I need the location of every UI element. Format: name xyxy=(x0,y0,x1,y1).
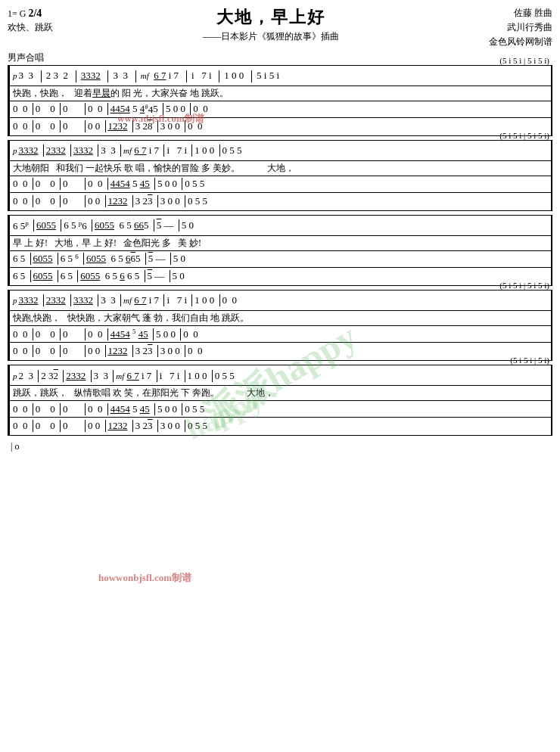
row-s2-mid2: 0 0 0 0 0 0 0 1232 3 23 3 0 0 0 5 5 xyxy=(10,193,551,210)
source: 金色风铃网制谱 xyxy=(489,35,552,49)
section-2: (5 i 5 i | 5 i 5 i) p 3332 2332 3332 3 3… xyxy=(8,140,552,211)
dynamic-p-4: p xyxy=(13,371,17,381)
lyrics-row-1: 快跑，快跑， 迎着早晨的 阳 光，大家兴奋 地 跳跃。 xyxy=(10,86,551,101)
bottom-note: | o xyxy=(11,441,19,452)
lyrics-row-3: 早 上 好! 大地，早 上 好! 金色阳光 多 美 妙! xyxy=(10,236,551,251)
page-title: 大地，早上好 xyxy=(53,6,489,29)
row-s3-top: 6 5p 6055 6 5 p6 6055 6 5 665 5 — 5 0 xyxy=(10,216,551,236)
row-s2-mid1: 0 0 0 0 0 0 0 4454 5 45 5 0 0 0 5 5 xyxy=(10,176,551,193)
bottom-fragment: | o xyxy=(8,440,552,454)
staff-block-5: p 2 3 2 32 2332 3 3 mf 6 7 i 7 i 7 i 1 0… xyxy=(8,365,552,436)
voice-label: 男声合唱 xyxy=(8,51,552,64)
row-s4-mid1: 0 0 0 0 0 0 0 4454 5 45 5 0 0 0 0 xyxy=(10,326,551,343)
section-3: 6 5p 6055 6 5 p6 6055 6 5 665 5 — 5 0 早 … xyxy=(8,215,552,286)
url-watermark-2: howwonbjsfl.com制谱 xyxy=(98,571,191,585)
row-s4-top: p 3332 2332 3332 3 3 mf 6 7 i 7 i 7 i 1 … xyxy=(10,291,551,311)
staff-block-4: p 3332 2332 3332 3 3 mf 6 7 i 7 i 7 i 1 … xyxy=(8,290,552,361)
key-time: 1= G 2/4 xyxy=(8,6,53,21)
header-center: 大地，早上好 ——日本影片《狐狸的故事》插曲 xyxy=(53,6,489,43)
repeat-1: (5 i 5 i | 5 i 5 i) xyxy=(499,56,549,65)
subtitle: ——日本影片《狐狸的故事》插曲 xyxy=(53,30,489,43)
lyrics-row-2: 大地朝阳 和我们 一起快乐 歌 唱，愉快的冒险 多 美妙。 大地， xyxy=(10,161,551,176)
staff-block-1: p 3 3 2 3 2 3332 3 3 mf 6 7 i 7 i 7 i xyxy=(8,65,552,136)
page: 派派happy happy www.nbjsfl.com制谱 howwonbjs… xyxy=(0,0,560,752)
lyrics-row-5: 跳跃，跳跃， 纵情歌唱 欢 笑，在那阳光 下 奔跑。 大地， xyxy=(10,386,551,401)
row-s5-mid1: 0 0 0 0 0 0 0 4454 5 45 5 0 0 0 5 5 xyxy=(10,401,551,418)
notes-row1: 3 3 2 3 2 3332 3 3 mf 6 7 i 7 i 7 i 1 0 … xyxy=(19,70,282,82)
header: 1= G 2/4 欢快、跳跃 大地，早上好 ——日本影片《狐狸的故事》插曲 佐藤… xyxy=(8,6,552,50)
header-left: 1= G 2/4 欢快、跳跃 xyxy=(8,6,53,33)
row-s5-top: p 2 3 2 32 2332 3 3 mf 6 7 i 7 i 7 i 1 0… xyxy=(10,366,551,386)
row-s2-top: p 3332 2332 3332 3 3 mf 6 7 i 7 i 7 i 1 … xyxy=(10,141,551,161)
row-1-top: p 3 3 2 3 2 3332 3 3 mf 6 7 i 7 i 7 i xyxy=(10,67,551,86)
header-right: 佐藤 胜曲 武川行秀曲 金色风铃网制谱 xyxy=(489,6,552,50)
dynamic-p-1: p xyxy=(13,71,17,80)
section-1: (5 i 5 i | 5 i 5 i) p 3 3 2 3 2 3332 3 3… xyxy=(8,65,552,136)
row-s3-mid1: 6 5 6055 6 5 6 6055 6 5 665 5 — 5 0 xyxy=(10,251,551,268)
tempo: 欢快、跳跃 xyxy=(8,21,53,34)
row-2-mid1: 0 0 0 0 0 0 0 4454 5 4#45 5 0 0 0 0 xyxy=(10,101,551,118)
repeat-4: (5 i 5 i | 5 i 5 i) xyxy=(499,281,549,290)
row-s5-mid2: 0 0 0 0 0 0 0 1232 3 23 3 0 0 0 5 5 xyxy=(10,418,551,434)
row-s3-mid2: 6 5 6055 6 5 6055 6 5 6 6 5 5 — 5 0 xyxy=(10,268,551,284)
staff-block-3: 6 5p 6055 6 5 p6 6055 6 5 665 5 — 5 0 早 … xyxy=(8,215,552,286)
dynamic-p-2: p xyxy=(13,146,17,155)
lyrics-row-4: 快跑,快跑， 快快跑，大家朝气 蓬 勃，我们自由 地 跳跃。 xyxy=(10,311,551,326)
dynamic-p-3: p xyxy=(13,296,17,305)
section-4: (5 i 5 i | 5 i 5 i) p 3332 2332 3332 3 3… xyxy=(8,290,552,361)
row-3-mid2: 0 0 0 0 0 0 0 1232 3 28 3 0 0 0 0 xyxy=(10,118,551,135)
staff-block-2: p 3332 2332 3332 3 3 mf 6 7 i 7 i 7 i 1 … xyxy=(8,140,552,211)
composer: 佐藤 胜曲 xyxy=(489,6,552,20)
arranger: 武川行秀曲 xyxy=(489,20,552,35)
repeat-5: (5 i 5 i | 5 i) xyxy=(510,356,549,365)
section-5: (5 i 5 i | 5 i) p 2 3 2 32 2332 3 3 mf 6… xyxy=(8,365,552,436)
repeat-2: (5 i 5 i | 5 i 5 i) xyxy=(499,131,549,140)
row-s4-mid2: 0 0 0 0 0 0 0 1232 3 23 3 0 0 0 0 xyxy=(10,343,551,359)
